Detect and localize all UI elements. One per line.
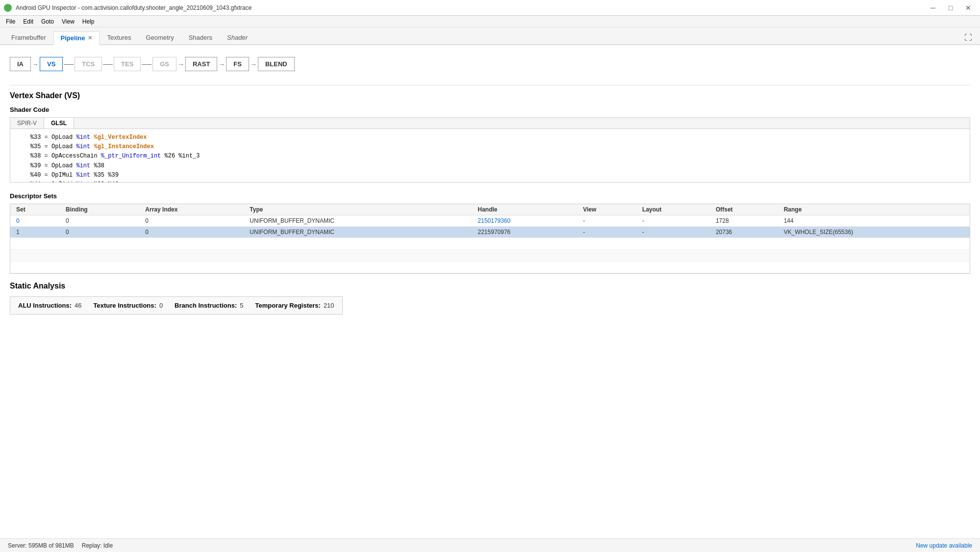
tab-framebuffer[interactable]: Framebuffer bbox=[4, 30, 53, 44]
stage-tcs[interactable]: TCS bbox=[75, 57, 102, 71]
handle-link-0[interactable]: 2150179360 bbox=[478, 217, 511, 224]
cell-layout-0: - bbox=[636, 215, 710, 227]
stage-fs[interactable]: FS bbox=[226, 57, 249, 71]
stat-texture: Texture Instructions: 0 bbox=[94, 302, 163, 309]
table-row-empty-3 bbox=[10, 262, 970, 273]
col-handle: Handle bbox=[472, 204, 578, 215]
cell-set-0: 0 bbox=[10, 215, 60, 227]
stat-texture-value: 0 bbox=[159, 302, 163, 309]
tabs-container: Framebuffer Pipeline ✕ Textures Geometry… bbox=[4, 27, 255, 44]
arrow-vs-tcs: ── bbox=[64, 60, 74, 68]
arrow-tcs-tes: ── bbox=[103, 60, 113, 68]
menu-file[interactable]: File bbox=[2, 17, 19, 26]
code-line-4: %39 = OpLoad %int %38 bbox=[16, 161, 964, 171]
cell-handle-0: 2150179360 bbox=[472, 215, 578, 227]
stage-vs[interactable]: VS bbox=[40, 57, 63, 71]
tab-geometry-label: Geometry bbox=[146, 34, 174, 41]
col-type: Type bbox=[244, 204, 472, 215]
stat-branch-value: 5 bbox=[240, 302, 243, 309]
col-layout: Layout bbox=[636, 204, 710, 215]
menu-goto[interactable]: Goto bbox=[37, 17, 58, 26]
tab-pipeline-close[interactable]: ✕ bbox=[88, 35, 92, 41]
code-tab-spirv[interactable]: SPIR-V bbox=[10, 118, 44, 129]
window-title: Android GPU Inspector - com.activision.c… bbox=[16, 4, 251, 11]
col-array-index: Array Index bbox=[139, 204, 244, 215]
cell-view-1: - bbox=[577, 227, 636, 238]
menu-edit[interactable]: Edit bbox=[19, 17, 37, 26]
set-link-0[interactable]: 0 bbox=[16, 217, 20, 224]
replay-status: Replay: Idle bbox=[82, 542, 113, 549]
arrow-ia-vs: → bbox=[32, 60, 39, 68]
tab-textures[interactable]: Textures bbox=[100, 30, 138, 44]
col-binding: Binding bbox=[60, 204, 139, 215]
tab-geometry[interactable]: Geometry bbox=[139, 30, 181, 44]
cell-binding-1: 0 bbox=[60, 227, 139, 238]
arrow-tes-gs: ── bbox=[142, 60, 151, 68]
cell-array-index-1: 0 bbox=[139, 227, 244, 238]
menu-help[interactable]: Help bbox=[78, 17, 99, 26]
stat-branch-label: Branch Instructions: bbox=[175, 302, 237, 309]
tab-shaders[interactable]: Shaders bbox=[181, 30, 220, 44]
table-row[interactable]: 0 0 0 UNIFORM_BUFFER_DYNAMIC 2150179360 … bbox=[10, 215, 970, 227]
arrow-fs-blend: → bbox=[250, 60, 257, 68]
stage-blend[interactable]: BLEND bbox=[258, 57, 295, 71]
cell-binding-0: 0 bbox=[60, 215, 139, 227]
cell-offset-1: 20736 bbox=[710, 227, 778, 238]
table-row[interactable]: 1 0 0 UNIFORM_BUFFER_DYNAMIC 2215970976 … bbox=[10, 227, 970, 238]
col-offset: Offset bbox=[710, 204, 778, 215]
stage-blend-label: BLEND bbox=[265, 60, 287, 68]
tab-bar: Framebuffer Pipeline ✕ Textures Geometry… bbox=[0, 27, 980, 45]
tab-textures-label: Textures bbox=[107, 34, 131, 41]
android-icon bbox=[4, 4, 12, 12]
col-range: Range bbox=[778, 204, 970, 215]
divider-1 bbox=[10, 85, 970, 85]
stage-rast-label: RAST bbox=[193, 60, 210, 68]
title-bar-left: Android GPU Inspector - com.activision.c… bbox=[4, 4, 251, 12]
static-analysis-title: Static Analysis bbox=[10, 282, 970, 290]
cell-type-1: UNIFORM_BUFFER_DYNAMIC bbox=[244, 227, 472, 238]
stat-temp-regs-label: Temporary Registers: bbox=[255, 302, 320, 309]
code-editor[interactable]: %33 = OpLoad %int %gl_VertexIndex %35 = … bbox=[10, 129, 970, 183]
table-row-empty-2 bbox=[10, 250, 970, 262]
cell-range-0: 144 bbox=[778, 215, 970, 227]
tab-pipeline-label: Pipeline bbox=[61, 34, 85, 42]
tab-pipeline[interactable]: Pipeline ✕ bbox=[53, 31, 100, 45]
stage-fs-label: FS bbox=[233, 60, 242, 68]
descriptor-sets-title: Descriptor Sets bbox=[10, 192, 970, 200]
code-tab-glsl[interactable]: GLSL bbox=[44, 118, 74, 129]
update-link[interactable]: New update available bbox=[916, 542, 972, 549]
stage-tes[interactable]: TES bbox=[114, 57, 141, 71]
tab-shader[interactable]: Shader bbox=[220, 30, 255, 44]
stage-rast[interactable]: RAST bbox=[185, 57, 217, 71]
minimize-button[interactable]: ─ bbox=[925, 2, 941, 13]
menu-bar: File Edit Goto View Help bbox=[0, 16, 980, 27]
col-view: View bbox=[577, 204, 636, 215]
code-line-1: %33 = OpLoad %int %gl_VertexIndex bbox=[16, 133, 964, 142]
stat-temp-regs-value: 210 bbox=[324, 302, 334, 309]
stat-texture-label: Texture Instructions: bbox=[94, 302, 156, 309]
stage-ia[interactable]: IA bbox=[10, 57, 31, 71]
descriptor-sets-table: Set Binding Array Index Type Handle View… bbox=[10, 204, 970, 273]
cell-set-1: 1 bbox=[10, 227, 60, 238]
status-left: Server: 595MB of 981MB Replay: Idle bbox=[8, 542, 113, 549]
cell-view-0: - bbox=[577, 215, 636, 227]
menu-view[interactable]: View bbox=[58, 17, 78, 26]
maximize-button[interactable]: □ bbox=[943, 2, 958, 13]
tab-shader-label: Shader bbox=[227, 34, 248, 41]
main-content: IA → VS ── TCS ── TES ── GS → RAST → FS … bbox=[0, 45, 980, 538]
stat-alu: ALU Instructions: 46 bbox=[18, 302, 82, 309]
shader-code-title: Shader Code bbox=[10, 106, 970, 113]
stat-alu-label: ALU Instructions: bbox=[18, 302, 72, 309]
stage-tcs-label: TCS bbox=[82, 60, 95, 68]
table-row-empty-1 bbox=[10, 238, 970, 250]
arrow-gs-rast: → bbox=[177, 60, 184, 68]
stage-gs[interactable]: GS bbox=[152, 57, 176, 71]
fullscreen-icon[interactable]: ⛶ bbox=[960, 31, 976, 44]
arrow-rast-fs: → bbox=[218, 60, 225, 68]
stage-ia-label: IA bbox=[17, 60, 24, 68]
close-button[interactable]: ✕ bbox=[960, 2, 976, 13]
cell-offset-0: 1728 bbox=[710, 215, 778, 227]
code-line-5: %40 = OpIMul %int %35 %39 bbox=[16, 171, 964, 180]
tab-framebuffer-label: Framebuffer bbox=[11, 34, 46, 41]
window-controls: ─ □ ✕ bbox=[925, 2, 976, 13]
